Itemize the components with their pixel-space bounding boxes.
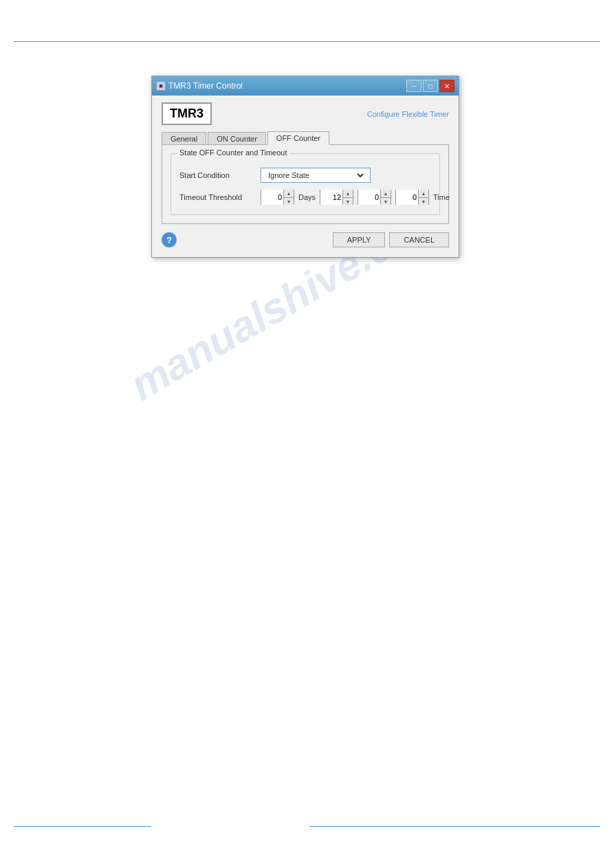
days-spinner-wrap: ▲ ▼ xyxy=(261,190,294,205)
configure-flexible-timer-link[interactable]: Configure Flexible Timer xyxy=(367,110,449,118)
hours-spinner-wrap: ▲ ▼ xyxy=(320,190,353,205)
seconds-spinner-wrap: ▲ ▼ xyxy=(395,190,429,205)
timeout-threshold-row: Timeout Threshold ▲ ▼ Days xyxy=(179,190,431,205)
hours-spinner-btns: ▲ ▼ xyxy=(342,190,353,205)
bottom-divider-left xyxy=(14,826,151,827)
timeout-threshold-label: Timeout Threshold xyxy=(179,193,255,201)
days-down-button[interactable]: ▼ xyxy=(284,197,294,205)
tab-panel: State OFF Counter and Timeout Start Cond… xyxy=(162,144,449,224)
cancel-button[interactable]: CANCEL xyxy=(389,232,449,247)
minimize-button[interactable]: ─ xyxy=(406,80,421,92)
dialog-title: TMR3 Timer Control xyxy=(168,81,243,91)
seconds-up-button[interactable]: ▲ xyxy=(419,190,428,197)
days-up-button[interactable]: ▲ xyxy=(284,190,294,197)
title-bar-buttons: ─ □ ✕ xyxy=(406,80,454,92)
seconds-spinner-btns: ▲ ▼ xyxy=(418,190,428,205)
timeout-spinners: ▲ ▼ Days ▲ ▼ xyxy=(261,190,450,205)
maximize-button[interactable]: □ xyxy=(423,80,438,92)
time-label: Time xyxy=(433,193,450,201)
action-buttons: APPLY CANCEL xyxy=(333,232,449,247)
top-divider xyxy=(14,41,600,42)
dialog-icon: ■ xyxy=(156,81,166,91)
tab-on-counter[interactable]: ON Counter xyxy=(208,132,266,145)
minutes-spinner-btns: ▲ ▼ xyxy=(380,190,391,205)
dialog-header: TMR3 Configure Flexible Timer xyxy=(162,102,449,125)
help-button[interactable]: ? xyxy=(162,232,177,247)
hours-input[interactable] xyxy=(320,190,342,205)
minutes-spinner-wrap: ▲ ▼ xyxy=(358,190,391,205)
minutes-input[interactable] xyxy=(358,190,380,205)
hours-down-button[interactable]: ▼ xyxy=(343,197,353,205)
start-condition-select[interactable]: Ignore State Rising Edge Falling Edge An… xyxy=(265,170,366,180)
start-condition-dropdown[interactable]: Ignore State Rising Edge Falling Edge An… xyxy=(261,168,371,183)
section-title: State OFF Counter and Timeout xyxy=(177,148,290,157)
minutes-down-button[interactable]: ▼ xyxy=(381,197,391,205)
days-input[interactable] xyxy=(261,190,283,205)
tab-off-counter[interactable]: OFF Counter xyxy=(267,131,329,145)
close-button[interactable]: ✕ xyxy=(439,80,454,92)
start-condition-label: Start Condition xyxy=(179,171,255,179)
dialog-window: ■ TMR3 Timer Control ─ □ ✕ TMR3 Configur… xyxy=(151,76,459,258)
dialog-footer: ? APPLY CANCEL xyxy=(162,232,449,247)
tab-general[interactable]: General xyxy=(162,132,206,145)
seconds-input[interactable] xyxy=(396,190,418,205)
bottom-divider-right xyxy=(309,826,600,827)
title-bar: ■ TMR3 Timer Control ─ □ ✕ xyxy=(152,76,459,96)
section-off-counter: State OFF Counter and Timeout Start Cond… xyxy=(171,153,440,215)
tab-bar: General ON Counter OFF Counter xyxy=(162,131,449,144)
minutes-up-button[interactable]: ▲ xyxy=(381,190,391,197)
days-spinner-btns: ▲ ▼ xyxy=(283,190,294,205)
hours-up-button[interactable]: ▲ xyxy=(343,190,353,197)
tmr-label: TMR3 xyxy=(162,102,212,125)
start-condition-row: Start Condition Ignore State Rising Edge… xyxy=(179,168,431,183)
days-label: Days xyxy=(298,193,316,201)
dialog-content: TMR3 Configure Flexible Timer General ON… xyxy=(152,96,459,257)
title-bar-left: ■ TMR3 Timer Control xyxy=(156,81,243,91)
apply-button[interactable]: APPLY xyxy=(333,232,386,247)
seconds-down-button[interactable]: ▼ xyxy=(419,197,428,205)
